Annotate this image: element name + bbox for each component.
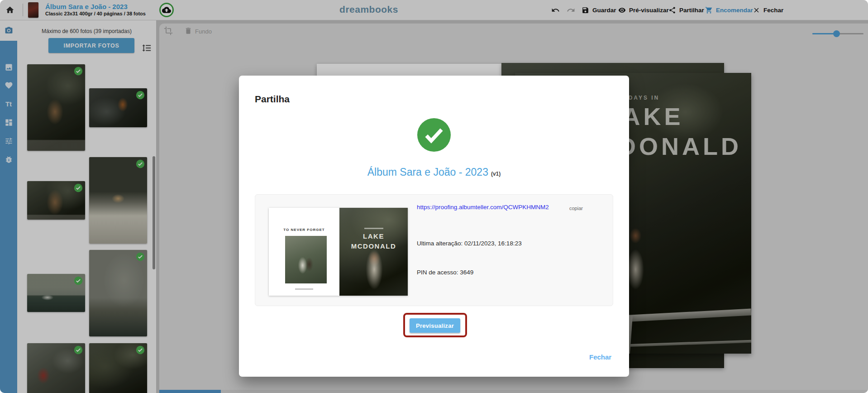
copy-link-button[interactable]: copiar	[569, 206, 583, 211]
access-pin-label: PIN de acesso: 3649	[417, 269, 473, 276]
success-check-icon	[417, 118, 451, 152]
front-cover-kicker	[339, 228, 408, 229]
share-link[interactable]: https://proofing.albumteller.com/QCWPKHM…	[417, 204, 549, 211]
back-cover-photo	[285, 236, 327, 283]
dialog-title: Partilha	[255, 94, 290, 105]
album-cover-preview: TO NEVER FORGET LAKE MCDONALD	[269, 208, 408, 296]
shared-album-name-text: Álbum Sara e João - 2023	[367, 166, 488, 178]
album-editor-window: Álbum Sara e João - 2023 Classic 23x31 4…	[0, 0, 868, 393]
front-cover-line1: LAKE	[339, 232, 408, 240]
shared-album-name: Álbum Sara e João - 2023(v1)	[239, 166, 629, 178]
back-cover-caption: TO NEVER FORGET	[269, 228, 339, 232]
share-info-card: TO NEVER FORGET LAKE MCDONALD https://pr…	[255, 194, 613, 306]
last-change-label: Ultima alteração: 02/11/2023, 16:18:23	[417, 240, 522, 247]
share-dialog: Partilha Álbum Sara e João - 2023(v1) TO…	[239, 76, 629, 377]
back-cover-footer-text	[295, 288, 313, 290]
cover-preview-back: TO NEVER FORGET	[269, 208, 339, 296]
dialog-close-button[interactable]: Fechar	[589, 353, 611, 361]
album-version: (v1)	[491, 171, 501, 177]
front-cover-line2: MCDONALD	[339, 242, 408, 250]
cover-preview-front: LAKE MCDONALD	[339, 208, 408, 296]
annotation-highlight-box	[403, 313, 467, 337]
